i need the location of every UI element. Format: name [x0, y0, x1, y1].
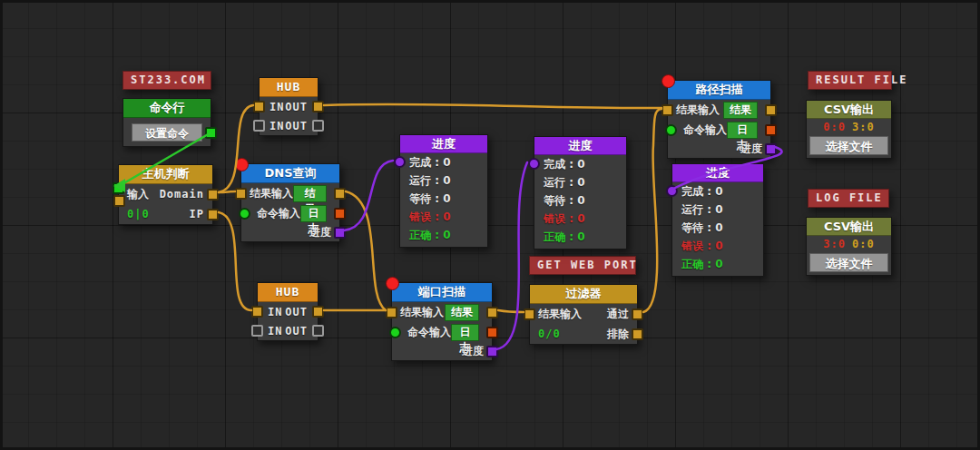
port-cmd-out[interactable] [205, 127, 217, 139]
port-result-out[interactable] [486, 307, 498, 318]
port-cmd-in[interactable] [389, 327, 401, 338]
port-log-out[interactable] [486, 327, 498, 338]
pass-label: 通过 [607, 307, 629, 322]
in-label: IN [270, 120, 284, 132]
port-out-empty[interactable] [312, 120, 324, 132]
node-path-scan[interactable]: 路径扫描 结果输入 结果 命令输入 日志 进度 [667, 80, 771, 159]
port-progress-out[interactable] [334, 227, 346, 239]
label-result-file[interactable]: RESULT FILE [808, 71, 892, 90]
in-label: IN [270, 101, 284, 113]
port-cmd-in[interactable] [239, 208, 250, 220]
hub-row-1: IN OUT [258, 302, 318, 321]
stat-waiting: 等待 : 0 [534, 191, 626, 210]
status-dot [662, 74, 675, 88]
cmd-in-label: 命令输入 [683, 122, 727, 138]
progress-row: 进度 [392, 342, 492, 360]
port-domain-out[interactable] [207, 189, 219, 201]
port-result-in[interactable] [662, 104, 673, 116]
wire-dns-result-to-portscan [346, 191, 386, 310]
wire-domain-to-dns [219, 191, 235, 192]
out-label: OUT [285, 306, 308, 318]
node-progress-portscan[interactable]: 进度 完成 : 0 运行 : 0 等待 : 0 错误 : 0 正确 : 0 [534, 136, 627, 249]
port-ip-out[interactable] [207, 209, 219, 220]
port-progress-in[interactable] [666, 185, 678, 197]
node-csv-output-log[interactable]: CSV输出 3:00:0 选择文件 [806, 217, 892, 276]
stat-done: 完成 : 0 [672, 182, 763, 201]
progress-label: 进度 [740, 142, 762, 157]
progress-title: 进度 [400, 135, 487, 153]
port-exclude-out[interactable] [632, 328, 643, 340]
result-button[interactable]: 结果 [445, 304, 479, 321]
result-button[interactable]: 结果 [293, 185, 327, 202]
progress-title: 进度 [672, 164, 763, 182]
hub-row-1: IN OUT [260, 97, 318, 116]
port-progress-out[interactable] [486, 346, 498, 357]
host-title: 主机判断 [119, 165, 212, 184]
progress-row: 进度 [668, 140, 770, 158]
set-command-button[interactable]: 设置命令 [132, 123, 202, 142]
node-graph-canvas[interactable]: { "labels": { "st233": "ST233.COM", "get… [0, 0, 980, 450]
stat-waiting: 等待 : 0 [400, 190, 487, 208]
portscan-title: 端口扫描 [392, 283, 492, 302]
stat-running: 运行 : 0 [672, 201, 763, 219]
wire-portscan-progress-to-progress2 [496, 162, 527, 349]
port-out[interactable] [312, 101, 324, 112]
port-cmd-in[interactable] [113, 182, 124, 194]
node-progress-dns[interactable]: 进度 完成 : 0 运行 : 0 等待 : 0 错误 : 0 正确 : 0 [399, 134, 488, 248]
result-button[interactable]: 结果 [723, 102, 758, 119]
log-button[interactable]: 日志 [727, 122, 758, 139]
cmd-in-label: 命令输入 [257, 206, 300, 221]
node-cmdline[interactable]: 命令行 设置命令 [122, 98, 211, 147]
filter-counter: 0/0 [538, 328, 561, 340]
node-progress-pathscan[interactable]: 进度 完成 : 0 运行 : 0 等待 : 0 错误 : 0 正确 : 0 [671, 163, 764, 277]
progress-title: 进度 [534, 137, 626, 155]
port-in[interactable] [251, 306, 263, 318]
log-button[interactable]: 日志 [451, 324, 479, 341]
port-in[interactable] [253, 101, 265, 112]
choose-file-button[interactable]: 选择文件 [809, 136, 888, 155]
node-hub-top[interactable]: HUB IN OUT IN OUT [259, 77, 318, 136]
port-cmd-in[interactable] [665, 124, 677, 136]
port-progress-out[interactable] [765, 143, 777, 155]
port-result-out[interactable] [334, 188, 346, 200]
port-result-in[interactable] [113, 195, 125, 207]
stat-running: 运行 : 0 [534, 173, 626, 191]
label-log-file[interactable]: LOG FILE [808, 189, 889, 208]
label-st233[interactable]: ST233.COM [122, 71, 211, 90]
wire-hub-top-to-pathscan [324, 104, 662, 108]
out-label: OUT [285, 325, 308, 338]
label-get-web-port[interactable]: GET WEB PORT [529, 256, 636, 275]
port-out[interactable] [312, 306, 324, 318]
port-in-empty[interactable] [251, 325, 263, 337]
host-row-ip: 0|0 IP [119, 204, 212, 224]
host-row-domain: 输入 Domain [119, 184, 212, 204]
port-log-out[interactable] [765, 124, 777, 136]
node-filter[interactable]: 过滤器 结果输入 通过 0/0 排除 [529, 284, 638, 345]
result-in-label: 结果输入 [250, 186, 293, 201]
port-log-out[interactable] [334, 208, 346, 220]
port-in-empty[interactable] [253, 120, 265, 132]
csv-counter-red: 0:0 [823, 121, 846, 133]
hub-title: HUB [260, 78, 318, 97]
choose-file-button[interactable]: 选择文件 [809, 253, 888, 272]
node-host-check[interactable]: 主机判断 输入 Domain 0|0 IP [118, 164, 213, 225]
port-result-in[interactable] [524, 308, 535, 320]
port-result-in[interactable] [235, 188, 247, 200]
result-row: 结果输入 结果 [392, 302, 492, 322]
progress-label: 进度 [462, 344, 484, 359]
dns-title: DNS查询 [241, 164, 339, 183]
port-pass-out[interactable] [632, 308, 643, 320]
port-progress-in[interactable] [394, 156, 406, 168]
progress-label: 进度 [309, 225, 331, 240]
node-hub-bottom[interactable]: HUB IN OUT IN OUT [257, 282, 318, 341]
log-button[interactable]: 日志 [300, 205, 327, 222]
port-result-in[interactable] [386, 307, 397, 318]
node-port-scan[interactable]: 端口扫描 结果输入 结果 命令输入 日志 进度 [391, 282, 493, 361]
filter-title: 过滤器 [530, 285, 637, 304]
port-result-out[interactable] [765, 104, 777, 116]
result-row: 结果输入 结果 [241, 183, 339, 203]
node-dns-query[interactable]: DNS查询 结果输入 结果 命令输入 日志 进度 [240, 163, 340, 242]
port-out-empty[interactable] [312, 325, 324, 337]
node-csv-output-result[interactable]: CSV输出 0:03:0 选择文件 [806, 100, 892, 159]
port-progress-in[interactable] [528, 158, 540, 170]
